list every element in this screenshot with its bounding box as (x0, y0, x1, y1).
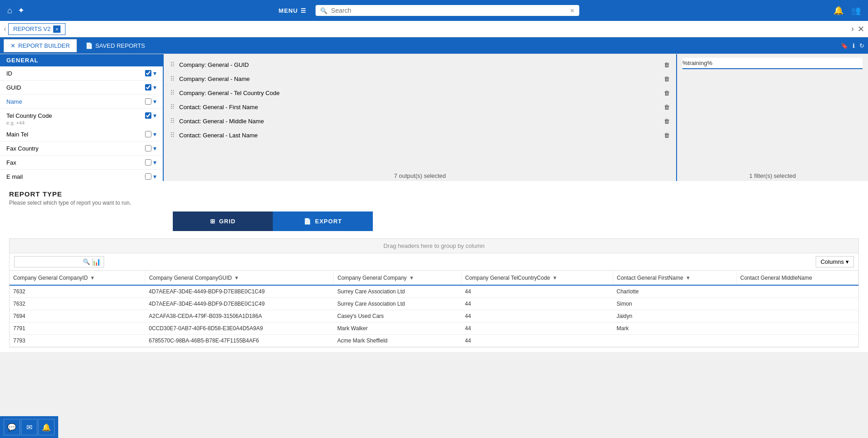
general-section-header: GENERAL (0, 54, 163, 66)
right-panel: 1 filter(s) selected (677, 54, 868, 181)
tab-forward-arrow[interactable]: › (851, 24, 854, 34)
delete-output-6[interactable]: 🗑 (664, 132, 670, 139)
tab-label: REPORTS V2 (13, 25, 50, 32)
delete-output-1[interactable]: 🗑 (664, 61, 670, 68)
field-row-fax[interactable]: Fax ▾ (0, 156, 163, 170)
reports-v2-tab[interactable]: REPORTS V2 × (8, 23, 65, 35)
field-name-dropdown[interactable]: ▾ (153, 98, 156, 105)
field-row-name[interactable]: Name ▾ (0, 95, 163, 109)
close-tab-button[interactable]: × (53, 25, 60, 33)
col-company-id-filter[interactable]: ▾ (91, 274, 94, 281)
field-row-main-tel[interactable]: Main Tel ▾ (0, 127, 163, 141)
output-label-4: Contact: General - First Name (179, 104, 659, 111)
delete-output-2[interactable]: 🗑 (664, 76, 670, 82)
field-tel-country-code-label: Tel Country Code (6, 112, 145, 119)
tab-back-arrow[interactable]: ‹ (4, 24, 6, 34)
grid-search-box: 🔍 📊 (14, 256, 104, 267)
data-table: Company General CompanyID ▾ Company Gene… (10, 271, 858, 347)
field-id-label: ID (6, 70, 145, 77)
sub-tab-bar-right: 🔖 ℹ ↻ (841, 42, 864, 49)
grid-search-input[interactable] (17, 259, 81, 265)
table-wrapper: Company General CompanyID ▾ Company Gene… (10, 271, 858, 347)
field-main-tel-dropdown[interactable]: ▾ (153, 131, 156, 138)
col-company-guid: Company General CompanyGUID ▾ (145, 271, 333, 285)
left-panel: GENERAL ID ▾ GUID ▾ (0, 54, 164, 181)
field-fax-dropdown[interactable]: ▾ (153, 159, 156, 166)
sub-tab-bar-left: ✕ REPORT BUILDER 📄 SAVED REPORTS (4, 39, 152, 52)
delete-output-5[interactable]: 🗑 (664, 118, 670, 125)
tab-saved-reports[interactable]: 📄 SAVED REPORTS (79, 39, 152, 52)
tab-report-builder[interactable]: ✕ REPORT BUILDER (4, 39, 77, 52)
output-row-5: ⠿ Contact: General - Middle Name 🗑 (164, 114, 676, 128)
top-nav-right: 🔔 👥 (833, 5, 861, 15)
bell-icon[interactable]: 🔔 (833, 5, 843, 15)
field-id-dropdown[interactable]: ▾ (153, 70, 156, 77)
field-main-tel-checkbox[interactable] (145, 131, 151, 137)
field-row-email[interactable]: E mail ▾ (0, 170, 163, 181)
drag-handle-4[interactable]: ⠿ (170, 103, 175, 111)
info-icon[interactable]: ℹ (853, 42, 855, 49)
output-label-2: Company: General - Name (179, 76, 659, 82)
drag-handle-3[interactable]: ⠿ (170, 89, 175, 96)
table-row: 76324D7AEEAF-3D4E-4449-BDF9-D7E8BE0C1C49… (10, 285, 858, 298)
drag-header: Drag headers here to group by column (10, 239, 858, 253)
field-id-checkbox[interactable] (145, 70, 151, 76)
output-label-6: Contact: General - Last Name (179, 132, 659, 139)
field-guid-label: GUID (6, 84, 145, 91)
col-company-guid-filter[interactable]: ▾ (235, 274, 238, 281)
output-count: 7 output(s) selected (164, 170, 676, 181)
col-company-filter[interactable]: ▾ (410, 274, 413, 281)
search-input[interactable] (331, 7, 566, 14)
col-tel-code-filter[interactable]: ▾ (553, 274, 557, 281)
field-email-dropdown[interactable]: ▾ (153, 173, 156, 180)
field-fax-country-checkbox[interactable] (145, 145, 151, 151)
drag-handle-6[interactable]: ⠿ (170, 131, 175, 139)
drag-handle-1[interactable]: ⠿ (170, 61, 175, 68)
field-row-guid[interactable]: GUID ▾ (0, 81, 163, 95)
refresh-icon[interactable]: ↻ (859, 42, 864, 49)
output-row-1: ⠿ Company: General - GUID 🗑 (164, 58, 676, 72)
field-fax-country-label: Fax Country (6, 145, 145, 152)
table-row: 77936785570C-98BA-46B5-B78E-47F1155B4AF6… (10, 335, 858, 347)
col-company-id: Company General CompanyID ▾ (10, 271, 145, 285)
field-tel-country-code-checkbox[interactable] (145, 112, 151, 119)
filter-input[interactable] (682, 58, 863, 69)
search-box: 🔍 ✕ (316, 5, 579, 16)
delete-output-3[interactable]: 🗑 (664, 90, 670, 96)
export-button[interactable]: 📄 EXPORT (273, 211, 373, 231)
user-icon[interactable]: 👥 (851, 5, 861, 15)
tab-close-icon[interactable]: ✕ (858, 24, 864, 34)
field-name-checkbox[interactable] (145, 98, 151, 105)
drag-handle-5[interactable]: ⠿ (170, 117, 175, 125)
col-first-name-filter[interactable]: ▾ (687, 274, 690, 281)
field-guid-dropdown[interactable]: ▾ (153, 84, 156, 91)
field-row-fax-country[interactable]: Fax Country ▾ (0, 141, 163, 156)
field-row-id[interactable]: ID ▾ (0, 66, 163, 81)
col-first-name: Contact General FirstName ▾ (613, 271, 737, 285)
table-row: 7694A2CAFA38-CEDA-479F-B039-31506A1D186A… (10, 310, 858, 322)
field-tel-country-code-dropdown[interactable]: ▾ (153, 112, 156, 119)
delete-output-4[interactable]: 🗑 (664, 104, 670, 111)
field-fax-country-dropdown[interactable]: ▾ (153, 145, 156, 152)
grid-button[interactable]: ⊞ GRID (173, 211, 273, 231)
bookmark-icon[interactable]: 🔖 (841, 42, 848, 49)
output-row-2: ⠿ Company: General - Name 🗑 (164, 72, 676, 86)
field-guid-checkbox[interactable] (145, 84, 151, 91)
field-row-tel-country-code[interactable]: Tel Country Code ▾ e.g. +44 (0, 109, 163, 127)
col-tel-code: Company General TelCountryCode ▾ (462, 271, 613, 285)
drag-handle-2[interactable]: ⠿ (170, 75, 175, 82)
grid-search-icon[interactable]: 🔍 (83, 258, 90, 265)
pin-icon[interactable]: ✦ (18, 5, 25, 15)
field-fax-checkbox[interactable] (145, 159, 151, 166)
top-nav-left: ⌂ ✦ (7, 5, 25, 15)
grid-excel-icon[interactable]: 📊 (92, 257, 101, 266)
report-type-subtitle: Please select which type of report you w… (9, 200, 859, 206)
columns-button[interactable]: Columns ▾ (816, 256, 854, 267)
field-email-checkbox[interactable] (145, 173, 151, 180)
report-type-title: REPORT TYPE (9, 190, 859, 198)
menu-hamburger-icon: ☰ (301, 7, 306, 14)
table-header-row: Company General CompanyID ▾ Company Gene… (10, 271, 858, 285)
home-icon[interactable]: ⌂ (7, 6, 12, 15)
clear-search-icon[interactable]: ✕ (570, 7, 575, 14)
menu-label[interactable]: MENU ☰ (279, 7, 306, 14)
